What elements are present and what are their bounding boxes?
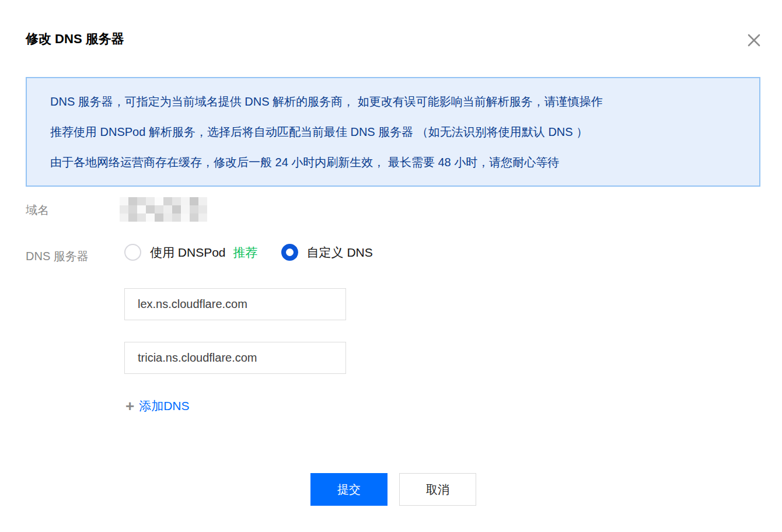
notice-line-2: 推荐使用 DNSPod 解析服务，选择后将自动匹配当前最佳 DNS 服务器 （如… [50,117,736,147]
plus-icon: + [125,398,134,414]
dialog-title: 修改 DNS 服务器 [26,30,124,48]
notice-line-1: DNS 服务器，可指定为当前域名提供 DNS 解析的服务商， 如更改有误可能影响… [50,86,736,117]
domain-value-redacted [120,197,207,222]
add-dns-button[interactable]: + 添加DNS [125,398,190,414]
modify-dns-dialog: 修改 DNS 服务器 DNS 服务器，可指定为当前域名提供 DNS 解析的服务商… [0,0,782,532]
radio-use-dnspod-label: 使用 DNSPod [150,244,226,261]
dns-server-radio-group: 使用 DNSPod 推荐 自定义 DNS [124,244,373,261]
recommended-badge: 推荐 [233,244,258,261]
notice-line-3: 由于各地网络运营商存在缓存，修改后一般 24 小时内刷新生效， 最长需要 48 … [50,147,736,177]
submit-button[interactable]: 提交 [310,473,387,506]
radio-unchecked-icon [124,244,141,261]
domain-label: 域名 [26,202,49,218]
add-dns-label: 添加DNS [139,398,189,414]
dns-input-1[interactable] [124,288,346,320]
dns-input-2[interactable] [124,342,346,374]
dns-server-label: DNS 服务器 [26,249,89,264]
radio-checked-icon [281,244,298,261]
radio-custom-dns-label: 自定义 DNS [307,244,373,261]
radio-use-dnspod[interactable]: 使用 DNSPod 推荐 [124,244,258,261]
notice-banner: DNS 服务器，可指定为当前域名提供 DNS 解析的服务商， 如更改有误可能影响… [26,77,760,187]
cancel-button[interactable]: 取消 [399,473,476,506]
radio-custom-dns[interactable]: 自定义 DNS [281,244,373,261]
close-icon[interactable] [746,32,762,48]
close-x-glyph [746,33,762,48]
